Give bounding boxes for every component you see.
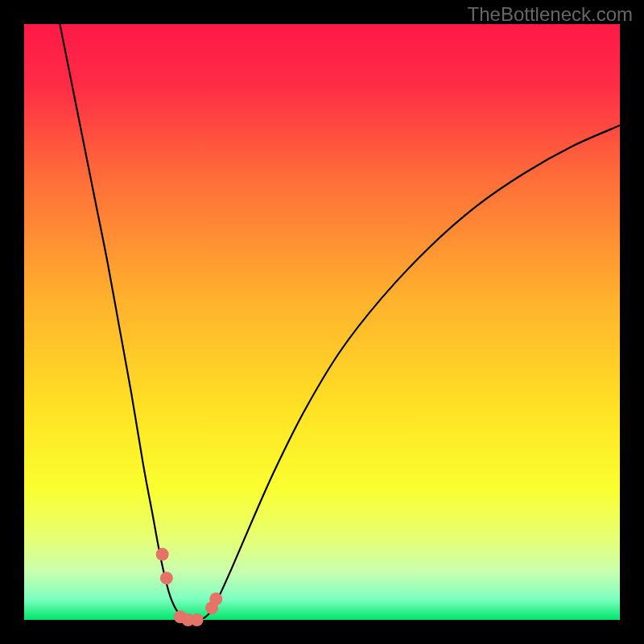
data-marker: [209, 592, 222, 605]
data-marker: [191, 613, 204, 626]
chart-frame: TheBottleneck.com: [0, 0, 644, 644]
data-marker: [156, 548, 169, 561]
bottleneck-chart: [0, 0, 644, 644]
plot-background: [24, 24, 620, 620]
watermark-text: TheBottleneck.com: [468, 3, 633, 26]
data-marker: [160, 572, 173, 584]
